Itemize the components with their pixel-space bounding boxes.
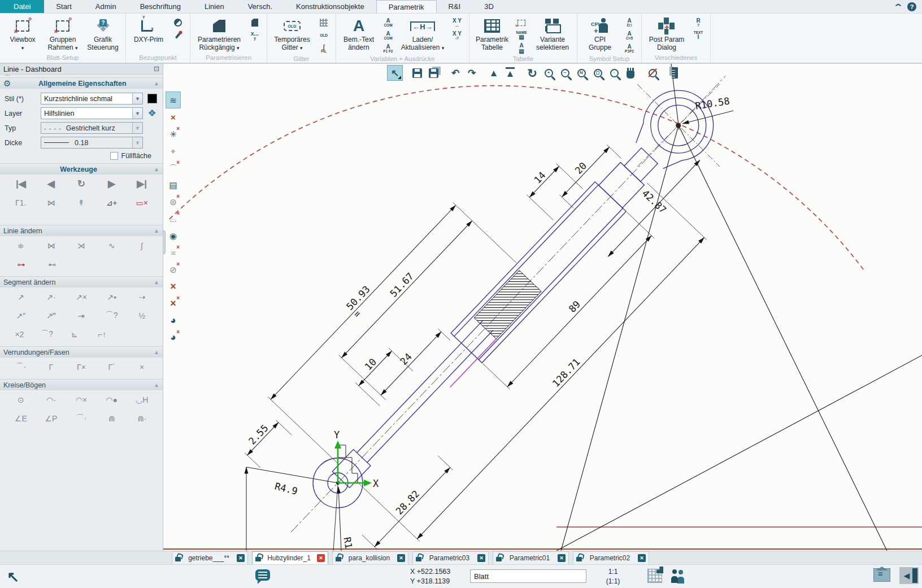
xy-query-button[interactable]: X Y-?	[448, 29, 466, 42]
toolbar-zoom-in[interactable]: +	[541, 65, 556, 81]
section-allgemeine-eigenschaften[interactable]: ⚙ Allgemeine Eigenschaften ▲	[0, 77, 163, 89]
panel-splitter-handle[interactable]	[163, 230, 166, 254]
menu-tab-admin[interactable]: Admin	[84, 0, 128, 13]
tool-arc-h[interactable]: ◡H	[127, 392, 157, 407]
menu-tab-start[interactable]: Start	[44, 0, 83, 13]
tool-fillet[interactable]: Γ	[36, 359, 67, 374]
tool-half-angle[interactable]: ½	[127, 308, 157, 323]
toolbar-save-copy[interactable]	[425, 65, 441, 81]
toolbar-save[interactable]	[409, 65, 425, 81]
tool-smooth-spline[interactable]: ∿	[97, 238, 127, 253]
layers-icon[interactable]: ❖	[147, 108, 156, 118]
snapbar-view-globe-alt[interactable]: ◕	[166, 329, 181, 346]
tool-stretch-line[interactable]: ⋈	[36, 238, 67, 253]
param-xy-button[interactable]: x...y	[246, 29, 264, 42]
toolbar-raise-view[interactable]: ▲	[486, 65, 502, 81]
tab-hubzylinder_1[interactable]: Hubzylinder_1 ✕	[252, 551, 328, 564]
snapbar-snap-auto[interactable]: ✳	[166, 125, 181, 142]
snapbar-snap-ellipse[interactable]: ⊜	[166, 193, 181, 210]
section-kreise-boegen[interactable]: Kreise/Bögen ▲	[0, 379, 163, 390]
typ-combobox[interactable]: - - - - Gestrichelt kurz ▼	[41, 122, 143, 134]
tool-set-length[interactable]: ⇥	[66, 308, 97, 323]
var-f1f2-button[interactable]: AF1 F2	[379, 42, 397, 55]
dxy-prim-button[interactable]: DXY-Prim	[129, 15, 168, 54]
snapbar-snap-arc[interactable]: ⌒	[166, 159, 181, 176]
tool-line-direction[interactable]: ↟	[66, 195, 97, 210]
section-verrundungen-fasen[interactable]: Verrundungen/Fasen ▲	[0, 346, 163, 358]
tool-replay[interactable]: ↻	[66, 176, 97, 191]
mail-icon[interactable]	[873, 568, 890, 582]
pie-reference-button[interactable]	[169, 16, 187, 29]
tool-add-angle[interactable]: ⊿+	[97, 195, 127, 210]
tab-getriebe[interactable]: getriebe___** ✕	[172, 551, 248, 564]
close-icon[interactable]: ✕	[237, 554, 245, 562]
tab-parametric02[interactable]: Parametric02 ✕	[573, 551, 649, 564]
tool-circle-center[interactable]: ⊙	[6, 392, 36, 407]
sheet-grid-icon[interactable]	[647, 569, 662, 583]
tool-adjust-segment-1[interactable]: ↗″	[6, 308, 36, 323]
old-grid-button[interactable]: OLD	[315, 29, 333, 42]
viewbox-button[interactable]: Viewbox	[3, 15, 42, 54]
grafik-steuerung-button[interactable]: Grafik Steuerung	[83, 15, 123, 54]
tool-split-line[interactable]: ⊷	[37, 256, 68, 272]
tool-arc-flip[interactable]: ◠●	[97, 392, 127, 407]
tab-parametric01[interactable]: Parametric01 ✕	[493, 551, 569, 564]
chevron-down-icon[interactable]: ▼	[132, 108, 142, 119]
gear-icon[interactable]: ⚙	[3, 79, 11, 89]
tool-conic-e[interactable]: ∠E	[6, 411, 36, 426]
grid-button[interactable]	[315, 16, 333, 29]
menu-tab-parametrik[interactable]: Parametrik	[376, 0, 437, 13]
drawing-canvas[interactable]: 10 24 51.67 50.93 = 14 20 89 128.71 42.8…	[163, 64, 922, 551]
parametrik-tabelle-button[interactable]: Parametrik Tabelle	[472, 15, 512, 55]
collapse-panel-button[interactable]: ◀	[899, 567, 919, 584]
tool-curve-peak[interactable]: ⋒	[97, 411, 127, 426]
menu-tab-konstruktionsobjekte[interactable]: Konstruktionsobjekte	[284, 0, 376, 13]
tool-extend-segment[interactable]: ⇢	[127, 289, 157, 304]
r-query-button[interactable]: R?	[689, 16, 707, 29]
tab-para_kollision[interactable]: para_kollision ✕	[332, 551, 408, 564]
toolbar-measure[interactable]	[667, 65, 682, 81]
tool-go-first[interactable]: |◀	[6, 176, 36, 191]
tool-arc-tangent[interactable]: ◠×	[66, 392, 97, 407]
collapse-section-icon[interactable]: ▲	[154, 166, 159, 172]
menu-tab-beschriftung[interactable]: Beschriftung	[128, 0, 193, 13]
tab-parametric03[interactable]: Parametric03 ✕	[412, 551, 489, 564]
toolbar-zoom-out[interactable]: −	[557, 65, 573, 81]
table-viewbox-button[interactable]	[512, 16, 530, 29]
snapbar-snap-center[interactable]: ◉	[166, 227, 181, 244]
tool-merge-lines[interactable]: ⊶	[6, 256, 37, 272]
tool-query-angle-2[interactable]: ⌒?	[33, 326, 61, 342]
tool-trim-line[interactable]: ≑	[6, 238, 36, 253]
variante-selektieren-button[interactable]: Variante selektieren	[531, 15, 574, 55]
close-icon[interactable]: ✕	[558, 554, 566, 562]
section-linie-aendern[interactable]: Linie ändern ▲	[0, 225, 163, 236]
menu-tab-r-und-i[interactable]: R&I	[437, 0, 473, 13]
var-com-2-button[interactable]: ACOM	[379, 29, 397, 42]
color-swatch[interactable]	[147, 94, 157, 103]
tool-chamfer[interactable]: Γ´	[97, 359, 127, 374]
gruppen-rahmen-button[interactable]: Gruppen Rahmen	[43, 15, 82, 54]
table-a-button[interactable]: A▤	[512, 42, 530, 55]
layer-combobox[interactable]: Hilfslinien ▼	[41, 107, 143, 119]
collapse-section-icon[interactable]: ▲	[154, 279, 159, 285]
tool-fillet-delete[interactable]: Γ×	[66, 359, 97, 374]
tool-go-previous[interactable]: ◀	[36, 176, 67, 191]
dicke-combobox[interactable]: 0.18 ▼	[41, 137, 143, 149]
toolbar-zoom-off[interactable]	[645, 65, 660, 81]
pin-reference-button[interactable]	[169, 29, 187, 42]
tool-spline[interactable]: ∫	[127, 238, 157, 253]
bem-text-aendern-button[interactable]: A Bem.-Text ändern	[339, 15, 379, 55]
tool-tangent-angle[interactable]: ⌐↑	[88, 326, 116, 342]
chevron-down-icon[interactable]: ▼	[132, 137, 142, 148]
tool-move-endpoint[interactable]: ↗	[6, 289, 36, 304]
tool-first-segment[interactable]: Γ1.	[6, 195, 36, 210]
snapbar-snap-arc-point[interactable]: ⌓	[166, 210, 181, 227]
menu-tab-linien[interactable]: Linien	[193, 0, 236, 13]
collapse-section-icon[interactable]: ▲	[154, 80, 159, 86]
tool-double-angle[interactable]: ×2	[6, 326, 33, 342]
temporaeres-gitter-button[interactable]: OLD Temporäres Gitter	[270, 15, 314, 55]
tool-perpendicular[interactable]: ⊾	[61, 326, 89, 342]
stil-combobox[interactable]: Kurzstrichlinie schmal ▼	[41, 93, 143, 104]
toolbar-raise-to-top[interactable]: ▲	[502, 65, 518, 81]
tool-arc-3-point[interactable]: ◠·	[36, 392, 67, 407]
